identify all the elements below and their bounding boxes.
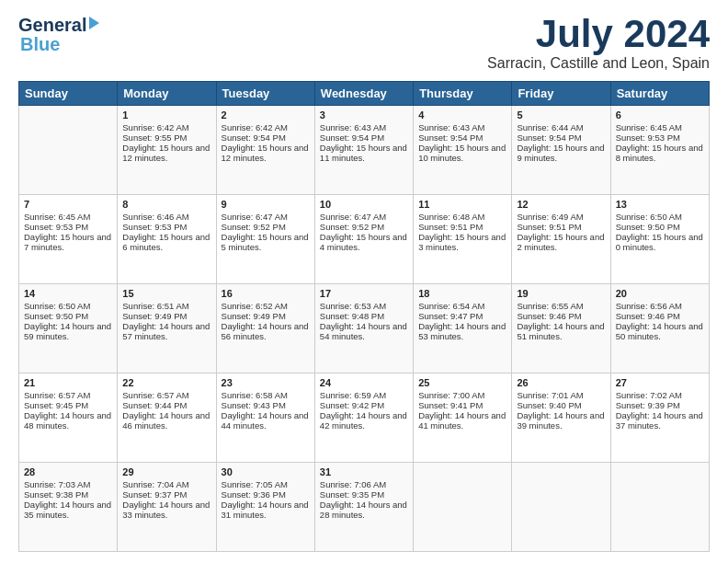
day-number: 1: [122, 109, 210, 121]
day-number: 15: [122, 288, 210, 299]
table-row: [610, 463, 709, 552]
table-row: 2 Sunrise: 6:42 AM Sunset: 9:54 PM Dayli…: [216, 106, 314, 195]
logo-arrow-icon: [89, 17, 99, 29]
table-row: 20 Sunrise: 6:56 AM Sunset: 9:46 PM Dayl…: [610, 284, 709, 373]
header: General Blue July 2024 Sarracin, Castill…: [18, 15, 710, 72]
table-row: 18 Sunrise: 6:54 AM Sunset: 9:47 PM Dayl…: [414, 284, 512, 373]
day-number: 26: [517, 377, 605, 388]
day-number: 10: [320, 199, 408, 210]
header-row: Sunday Monday Tuesday Wednesday Thursday…: [19, 82, 710, 106]
day-number: 6: [616, 109, 704, 121]
sunrise-text: Sunrise: 7:00 AM: [418, 390, 484, 400]
sunrise-text: Sunrise: 6:50 AM: [24, 301, 90, 311]
day-number: 22: [122, 377, 210, 388]
sunset-text: Sunset: 9:37 PM: [122, 489, 187, 500]
sunrise-text: Sunrise: 6:52 AM: [222, 301, 288, 311]
sunrise-text: Sunrise: 6:57 AM: [122, 390, 188, 400]
daylight-text: Daylight: 14 hours and 54 minutes.: [320, 321, 407, 341]
sunset-text: Sunset: 9:42 PM: [320, 400, 384, 410]
sunset-text: Sunset: 9:36 PM: [222, 489, 286, 500]
day-number: 30: [222, 466, 310, 477]
th-wednesday: Wednesday: [314, 82, 413, 106]
day-number: 3: [320, 109, 408, 121]
daylight-text: Daylight: 15 hours and 0 minutes.: [616, 232, 703, 252]
day-number: 4: [418, 109, 506, 121]
sunset-text: Sunset: 9:54 PM: [320, 132, 384, 143]
sunrise-text: Sunrise: 6:59 AM: [320, 390, 386, 400]
sunrise-text: Sunrise: 7:06 AM: [320, 479, 386, 489]
sunrise-text: Sunrise: 6:42 AM: [222, 122, 288, 132]
daylight-text: Daylight: 15 hours and 6 minutes.: [122, 232, 210, 252]
week-row-2: 14 Sunrise: 6:50 AM Sunset: 9:50 PM Dayl…: [19, 284, 710, 373]
sunrise-text: Sunrise: 6:56 AM: [616, 301, 682, 311]
day-number: 29: [122, 466, 210, 477]
sunrise-text: Sunrise: 6:42 AM: [122, 122, 188, 132]
week-row-4: 28 Sunrise: 7:03 AM Sunset: 9:38 PM Dayl…: [19, 463, 710, 552]
table-row: 5 Sunrise: 6:44 AM Sunset: 9:54 PM Dayli…: [512, 106, 610, 195]
sunset-text: Sunset: 9:52 PM: [222, 222, 286, 232]
daylight-text: Daylight: 14 hours and 57 minutes.: [122, 321, 210, 341]
sunset-text: Sunset: 9:53 PM: [122, 222, 187, 232]
table-row: 19 Sunrise: 6:55 AM Sunset: 9:46 PM Dayl…: [512, 284, 610, 373]
sunset-text: Sunset: 9:50 PM: [616, 222, 680, 232]
table-row: 8 Sunrise: 6:46 AM Sunset: 9:53 PM Dayli…: [118, 195, 216, 284]
sunrise-text: Sunrise: 6:48 AM: [418, 212, 484, 222]
table-row: 15 Sunrise: 6:51 AM Sunset: 9:49 PM Dayl…: [118, 284, 216, 373]
sunset-text: Sunset: 9:54 PM: [418, 132, 483, 143]
title-section: July 2024 Sarracin, Castille and Leon, S…: [487, 15, 710, 72]
day-number: 20: [616, 288, 704, 299]
table-row: 29 Sunrise: 7:04 AM Sunset: 9:37 PM Dayl…: [118, 463, 216, 552]
daylight-text: Daylight: 15 hours and 10 minutes.: [418, 143, 506, 163]
table-row: [512, 463, 610, 552]
daylight-text: Daylight: 15 hours and 12 minutes.: [222, 143, 309, 163]
day-number: 11: [418, 199, 506, 210]
day-number: 18: [418, 288, 506, 299]
table-row: 31 Sunrise: 7:06 AM Sunset: 9:35 PM Dayl…: [314, 463, 413, 552]
table-row: 23 Sunrise: 6:58 AM Sunset: 9:43 PM Dayl…: [216, 373, 314, 463]
table-row: 11 Sunrise: 6:48 AM Sunset: 9:51 PM Dayl…: [414, 195, 512, 284]
sunrise-text: Sunrise: 6:43 AM: [320, 122, 386, 132]
sunrise-text: Sunrise: 7:03 AM: [24, 479, 90, 489]
day-number: 17: [320, 288, 408, 299]
table-row: 3 Sunrise: 6:43 AM Sunset: 9:54 PM Dayli…: [314, 106, 413, 195]
day-number: 24: [320, 377, 408, 388]
day-number: 14: [24, 288, 112, 299]
table-row: 21 Sunrise: 6:57 AM Sunset: 9:45 PM Dayl…: [19, 373, 118, 463]
sunset-text: Sunset: 9:38 PM: [24, 489, 88, 500]
daylight-text: Daylight: 14 hours and 39 minutes.: [517, 410, 604, 431]
sunrise-text: Sunrise: 7:01 AM: [517, 390, 583, 400]
sunset-text: Sunset: 9:44 PM: [122, 400, 187, 410]
daylight-text: Daylight: 14 hours and 33 minutes.: [122, 500, 210, 520]
sunset-text: Sunset: 9:46 PM: [616, 311, 680, 321]
month-title: July 2024: [487, 15, 710, 53]
table-row: 13 Sunrise: 6:50 AM Sunset: 9:50 PM Dayl…: [610, 195, 709, 284]
sunrise-text: Sunrise: 6:46 AM: [122, 212, 188, 222]
day-number: 19: [517, 288, 605, 299]
table-row: 22 Sunrise: 6:57 AM Sunset: 9:44 PM Dayl…: [118, 373, 216, 463]
day-number: 23: [222, 377, 310, 388]
sunrise-text: Sunrise: 6:55 AM: [517, 301, 583, 311]
table-row: 12 Sunrise: 6:49 AM Sunset: 9:51 PM Dayl…: [512, 195, 610, 284]
daylight-text: Daylight: 14 hours and 56 minutes.: [222, 321, 309, 341]
day-number: 12: [517, 199, 605, 210]
daylight-text: Daylight: 14 hours and 42 minutes.: [320, 410, 407, 431]
sunrise-text: Sunrise: 6:54 AM: [418, 301, 484, 311]
table-row: 6 Sunrise: 6:45 AM Sunset: 9:53 PM Dayli…: [610, 106, 709, 195]
sunrise-text: Sunrise: 7:02 AM: [616, 390, 682, 400]
daylight-text: Daylight: 14 hours and 31 minutes.: [222, 500, 309, 520]
table-row: 25 Sunrise: 7:00 AM Sunset: 9:41 PM Dayl…: [414, 373, 512, 463]
sunrise-text: Sunrise: 6:50 AM: [616, 212, 682, 222]
th-monday: Monday: [118, 82, 216, 106]
daylight-text: Daylight: 15 hours and 5 minutes.: [222, 232, 309, 252]
table-row: 17 Sunrise: 6:53 AM Sunset: 9:48 PM Dayl…: [314, 284, 413, 373]
table-row: 1 Sunrise: 6:42 AM Sunset: 9:55 PM Dayli…: [118, 106, 216, 195]
logo: General Blue: [18, 15, 86, 55]
daylight-text: Daylight: 15 hours and 7 minutes.: [24, 232, 111, 252]
sunrise-text: Sunrise: 6:53 AM: [320, 301, 386, 311]
table-row: 16 Sunrise: 6:52 AM Sunset: 9:49 PM Dayl…: [216, 284, 314, 373]
sunrise-text: Sunrise: 6:43 AM: [418, 122, 484, 132]
daylight-text: Daylight: 14 hours and 37 minutes.: [616, 410, 703, 431]
daylight-text: Daylight: 15 hours and 8 minutes.: [616, 143, 703, 163]
sunset-text: Sunset: 9:52 PM: [320, 222, 384, 232]
sunset-text: Sunset: 9:41 PM: [418, 400, 483, 410]
